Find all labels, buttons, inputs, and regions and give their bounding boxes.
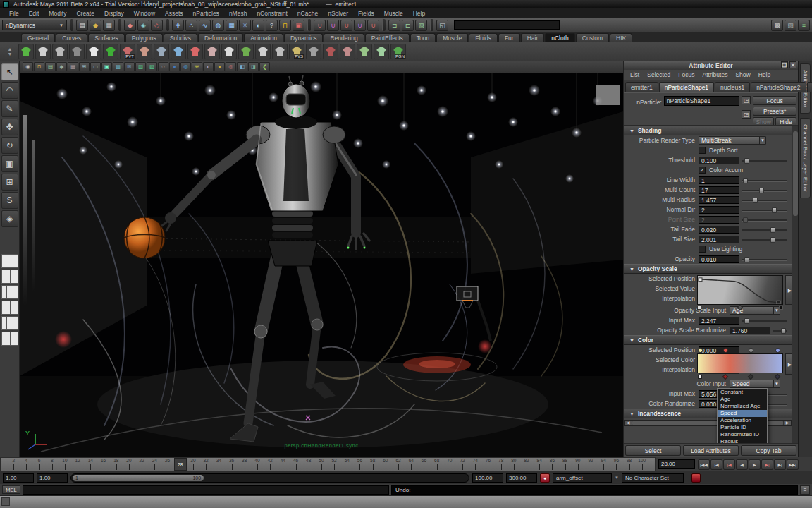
scale-tool[interactable]: ▣ [1, 155, 18, 172]
current-frame-marker[interactable]: 28 [174, 458, 187, 471]
title-bar[interactable]: Autodesk Maya 2011 Beta 2 x64 - Trial Ve… [0, 0, 812, 8]
universal-manipulator-tool[interactable]: ⊞ [1, 174, 18, 190]
joints-xray-icon[interactable]: ◨ [248, 62, 259, 71]
shelf-tab[interactable]: Surfaces [88, 33, 125, 42]
select-all-mask-icon[interactable]: ✚ [172, 20, 184, 31]
bookmark-icon[interactable]: ◆ [56, 62, 67, 71]
step-back-key-button[interactable]: |◀ [723, 459, 735, 470]
color-accum-checkbox[interactable]: ✓ [699, 167, 706, 174]
ramp-key-marker[interactable] [779, 306, 783, 310]
select-input-icon[interactable]: ◲ [742, 110, 751, 119]
shelf-rest-shape[interactable] [306, 44, 321, 59]
shelf-volume-axis[interactable] [374, 44, 389, 59]
perspective-viewport[interactable]: ◉⊓▤◆▦⊞▭▣▩⊠▥▧◌●◍✳◐●◎◧◨❮ [20, 61, 623, 457]
multi-radius-field[interactable]: 1.457 [699, 196, 739, 204]
shelf-tearable-constraint[interactable] [238, 44, 254, 59]
menu-item[interactable]: Create [71, 10, 99, 17]
snap-curve-icon[interactable]: ∪ [327, 20, 339, 31]
ae-node-tab[interactable]: emitter1 [625, 82, 658, 92]
shelf-tab[interactable]: Polygons [125, 33, 163, 42]
shelf-tab[interactable]: Animation [244, 33, 283, 42]
shelf-ncloth-white[interactable] [86, 44, 102, 59]
command-language-toggle[interactable]: MEL [2, 485, 20, 494]
menu-option[interactable]: Acceleration [718, 417, 767, 424]
ae-menu-item[interactable]: Selected [644, 71, 674, 78]
shelf-tab[interactable]: Deformation [198, 33, 243, 42]
os-input-max-slider[interactable] [742, 317, 787, 325]
shelf-gravity-field[interactable] [357, 44, 372, 59]
select-tool[interactable]: ↖ [1, 64, 18, 80]
shelf-tab[interactable]: Fur [498, 33, 520, 42]
menu-item[interactable]: nCache [293, 10, 323, 17]
layout-single-pane-button[interactable] [1, 254, 18, 268]
scroll-left-icon[interactable]: ◀ [625, 421, 632, 425]
status-separator[interactable] [307, 19, 311, 31]
shadows-icon[interactable]: ◐ [203, 62, 214, 71]
menu-item[interactable]: nSolver [323, 10, 353, 17]
layout-four-pane-button[interactable] [1, 270, 18, 284]
play-backwards-button[interactable]: ◀ [736, 459, 748, 470]
status-separator[interactable] [430, 19, 433, 31]
exposure-icon[interactable]: ❮ [259, 62, 270, 71]
anim-start-field[interactable]: 1.00 [3, 473, 34, 483]
attribute-editor-title[interactable]: Attribute Editor ❐✕ [624, 61, 798, 70]
snap-grid-icon[interactable]: ∪ [314, 20, 326, 31]
current-time-field[interactable]: 28.00 [658, 459, 695, 469]
camera-attributes-icon[interactable]: ▤ [45, 62, 56, 71]
normal-dir-field[interactable]: 2 [699, 206, 739, 214]
ramp-key-marker[interactable] [737, 305, 743, 310]
use-all-lights-icon[interactable]: ✳ [192, 62, 202, 71]
select-object-icon[interactable]: ◈ [137, 20, 149, 31]
ae-menu-item[interactable]: Focus [675, 71, 698, 78]
safe-title-icon[interactable]: ▧ [147, 62, 157, 71]
ae-close-icon[interactable]: ✕ [789, 61, 796, 68]
snap-plane-icon[interactable]: ∪ [354, 20, 366, 31]
ramp-key-marker[interactable] [697, 306, 701, 310]
opacity-field[interactable]: 0.010 [699, 255, 739, 263]
os-randomize-slider[interactable] [773, 327, 787, 334]
last-tool[interactable]: ◈ [1, 210, 18, 227]
shelf-tab[interactable]: Hair [521, 33, 545, 42]
ipr-render-icon[interactable]: ▨ [785, 20, 796, 31]
status-separator[interactable] [166, 19, 169, 31]
character-set-dropdown[interactable]: No Character Set [622, 473, 684, 483]
step-forward-key-button[interactable]: ▶| [761, 459, 773, 470]
select-output-icon[interactable]: ◳ [742, 96, 751, 104]
shelf-paint-node[interactable]: PGN [390, 44, 406, 59]
film-gate-icon[interactable]: ▭ [90, 62, 101, 71]
open-scene-icon[interactable]: ◆ [90, 20, 102, 31]
smooth-shade-icon[interactable]: ● [169, 62, 180, 71]
menu-option[interactable]: Normalized Age [718, 403, 767, 410]
soft-modification-tool[interactable]: S [1, 192, 18, 209]
footer-button[interactable]: Load Attributes [683, 445, 739, 456]
field-chart-icon[interactable]: ⊠ [124, 62, 135, 71]
layout-persp-outliner-button[interactable] [1, 285, 18, 299]
shelf-wind-field[interactable] [340, 44, 355, 59]
shelf-menu-button[interactable]: ▲▼ [3, 44, 17, 59]
ae-vertical-scrollbar[interactable] [792, 126, 798, 443]
menu-item[interactable]: nMesh [224, 10, 252, 17]
ae-node-tab[interactable]: geoCon [807, 82, 812, 92]
points-mask-icon[interactable]: ∴ [185, 20, 197, 31]
particle-render-type-dropdown[interactable]: MultiStreak▼ [699, 136, 766, 145]
depth-sort-checkbox[interactable] [699, 147, 706, 154]
opacity-slider[interactable] [742, 255, 787, 263]
menu-option[interactable]: Constant [718, 389, 767, 396]
menu-item[interactable]: Help [408, 10, 430, 17]
ae-node-tab[interactable]: nucleus1 [715, 82, 750, 92]
basketball[interactable] [124, 217, 165, 258]
chevron-down-icon[interactable]: ▼ [615, 476, 619, 480]
output-connections-icon[interactable]: ⊏ [402, 20, 414, 31]
opacity-ramp-widget[interactable]: ▶ [697, 275, 783, 310]
tail-fade-slider[interactable] [742, 226, 787, 234]
deformations-mask-icon[interactable]: ▦ [226, 20, 238, 31]
shelf-remove-ncloth[interactable] [323, 44, 338, 59]
shelf-tab[interactable]: Toon [410, 33, 436, 42]
gate-mask-icon[interactable]: ▩ [113, 62, 123, 71]
animation-preferences-icon[interactable] [691, 473, 701, 483]
shelf-tab[interactable]: PaintEffects [365, 33, 410, 42]
shelf-tab[interactable]: Fluids [469, 33, 498, 42]
shelf-tab[interactable]: Custom [576, 33, 609, 42]
range-track[interactable]: 1 100 [70, 473, 469, 483]
os-randomize-field[interactable]: 1.760 [730, 327, 770, 334]
